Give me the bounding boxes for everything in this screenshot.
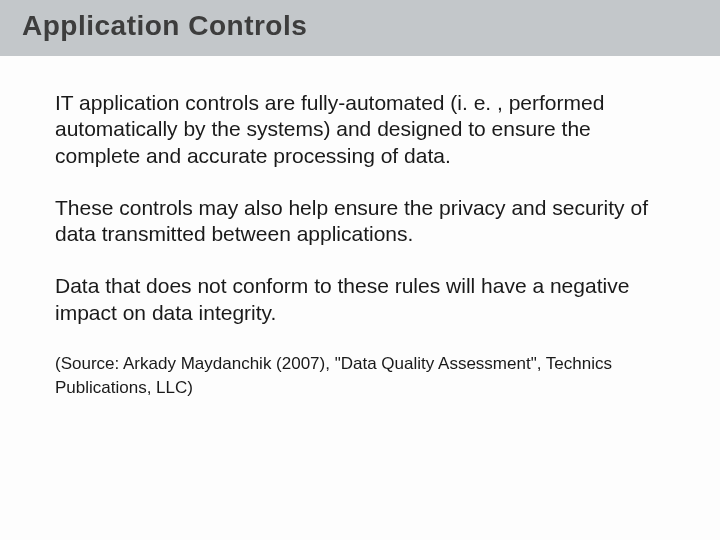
paragraph-2: These controls may also help ensure the … <box>55 195 665 248</box>
slide-body: IT application controls are fully-automa… <box>0 56 720 401</box>
slide: Application Controls IT application cont… <box>0 0 720 540</box>
paragraph-3: Data that does not conform to these rule… <box>55 273 665 326</box>
paragraph-1: IT application controls are fully-automa… <box>55 90 665 169</box>
source-citation: (Source: Arkady Maydanchik (2007), "Data… <box>55 352 665 401</box>
title-band: Application Controls <box>0 0 720 56</box>
slide-title: Application Controls <box>22 10 720 42</box>
